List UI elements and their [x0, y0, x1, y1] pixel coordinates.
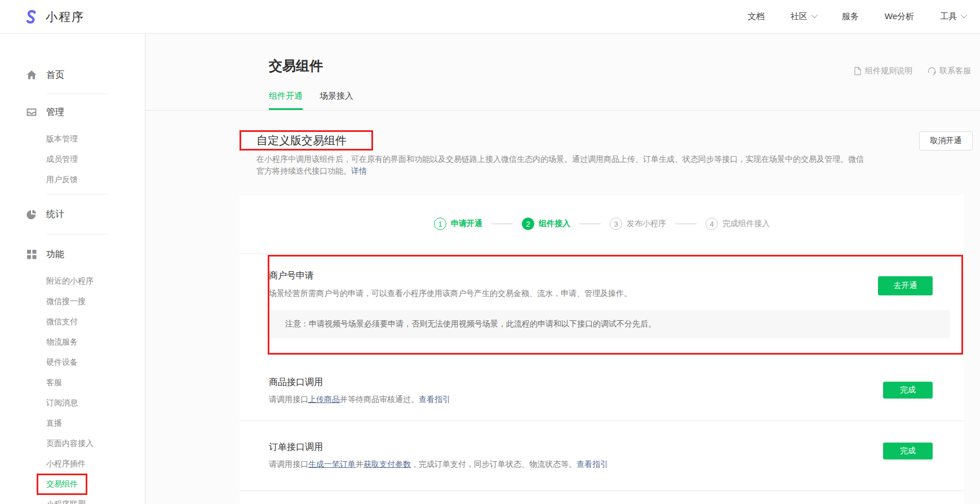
- chevron-down-icon: [812, 12, 818, 18]
- sidebar-item-label: 统计: [46, 209, 64, 220]
- sidebar-item-wechat-search[interactable]: 微信搜一搜: [0, 291, 145, 312]
- sidebar-item-home[interactable]: 首页: [0, 68, 145, 82]
- product-api-done-button[interactable]: 完成: [883, 382, 933, 399]
- sidebar-item-features[interactable]: 功能: [0, 247, 145, 261]
- card-title-order-api: 订单接口调用: [269, 441, 323, 453]
- steps-panel: 1 申请开通 2 组件接入 3 发布小程序 4 完成组件接入: [240, 195, 964, 504]
- sidebar-item-page-content-access[interactable]: 页面内容接入: [0, 434, 145, 454]
- sidebar-item-logistics[interactable]: 物流服务: [0, 332, 145, 352]
- wechat-miniprogram-console: 小程序 文档 社区 服务 We分析 工具: [0, 0, 980, 504]
- sidebar-divider: [46, 94, 108, 94]
- step-component-access: 2 组件接入: [522, 218, 570, 230]
- sidebar-submenu-management: 版本管理 成员管理 用户反馈: [0, 129, 145, 190]
- sidebar-item-hardware[interactable]: 硬件设备: [0, 352, 145, 373]
- step-number: 2: [522, 218, 534, 230]
- tab-scene-access[interactable]: 场景接入: [320, 91, 353, 110]
- annotation-red-box: 自定义版交易组件: [240, 130, 373, 151]
- sidebar-item-miniprogram-plugin[interactable]: 小程序插件: [0, 454, 145, 474]
- sidebar-item-label: 管理: [46, 107, 64, 118]
- nav-community[interactable]: 社区: [791, 11, 816, 22]
- sidebar-item-customer-service[interactable]: 客服: [0, 373, 145, 393]
- step-label: 申请开通: [451, 219, 482, 229]
- step-number: 1: [434, 218, 446, 230]
- header-links: 组件规则说明 联系客服: [853, 66, 971, 76]
- card-title-product-api: 商品接口调用: [269, 377, 323, 388]
- card-desc-merchant-apply: 场景经营所需商户号的申请，可以查看小程序使用该商户号产生的交易金额、流水，申请、…: [269, 289, 632, 299]
- step-connector: [675, 223, 697, 224]
- card-desc-order-api: 请调用接口生成一笔订单并获取支付参数，完成订单支付，同步订单状态、物流状态等。查…: [269, 459, 608, 470]
- annotation-red-box: [268, 255, 963, 355]
- home-icon: [25, 69, 38, 81]
- main-content: 交易组件 组件规则说明 联系客服 组件开通 场景接入: [145, 34, 980, 504]
- tab-component-activation[interactable]: 组件开通: [269, 91, 303, 110]
- chevron-down-icon: [961, 12, 967, 18]
- sidebar-item-live[interactable]: 直播: [0, 413, 145, 434]
- document-icon: [853, 67, 862, 76]
- sidebar-submenu-features: 附近的小程序 微信搜一搜 微信支付 物流服务 硬件设备 客服 订阅消息 直播 页…: [0, 271, 145, 504]
- panel-divider: [240, 421, 964, 421]
- card-title-merchant-apply: 商户号申请: [269, 270, 314, 282]
- sidebar-item-wechat-pay[interactable]: 微信支付: [0, 312, 145, 332]
- view-guide-link[interactable]: 查看指引: [419, 395, 450, 404]
- step-connector: [491, 223, 513, 224]
- sidebar-item-subscribe-message[interactable]: 订阅消息: [0, 393, 145, 413]
- annotation-red-box: 交易组件: [37, 474, 87, 495]
- upload-product-link[interactable]: 上传商品: [308, 395, 340, 404]
- step-label: 发布小程序: [627, 219, 666, 229]
- view-guide-link[interactable]: 查看指引: [577, 459, 608, 468]
- sidebar-item-label: 功能: [46, 249, 64, 260]
- miniprogram-logo[interactable]: 小程序: [23, 8, 85, 25]
- sidebar-item-miniprogram-alliance[interactable]: 小程序联盟: [0, 494, 145, 504]
- sidebar-divider: [46, 194, 108, 194]
- sidebar: 首页 管理 版本管理 成员管理 用户反馈 统计: [0, 34, 145, 504]
- grid-icon: [25, 248, 38, 260]
- sidebar-item-version-management[interactable]: 版本管理: [0, 129, 145, 149]
- go-activate-button[interactable]: 去开通: [878, 276, 933, 295]
- create-order-link[interactable]: 生成一笔订单: [308, 459, 356, 468]
- step-complete: 4 完成组件接入: [706, 218, 770, 230]
- step-number: 4: [706, 218, 718, 230]
- inbox-icon: [25, 106, 38, 118]
- contact-support-link[interactable]: 联系客服: [927, 66, 971, 76]
- get-payment-params-link[interactable]: 获取支付参数: [363, 459, 411, 468]
- sidebar-item-statistics[interactable]: 统计: [0, 207, 145, 221]
- sidebar-item-member-management[interactable]: 成员管理: [0, 149, 145, 170]
- section-title: 自定义版交易组件: [256, 133, 347, 148]
- step-number: 3: [610, 218, 622, 230]
- notice-box: 注意：申请视频号场景必须要申请，否则无法使用视频号场景，此流程的申请和以下接口的…: [269, 310, 950, 338]
- miniprogram-logo-icon: [23, 8, 39, 25]
- cancel-activation-button[interactable]: 取消开通: [919, 131, 973, 151]
- top-navigation: 文档 社区 服务 We分析 工具: [748, 11, 965, 22]
- headset-icon: [927, 67, 937, 76]
- sidebar-item-management[interactable]: 管理: [0, 105, 145, 119]
- sidebar-item-nearby-miniprograms[interactable]: 附近的小程序: [0, 271, 145, 291]
- topbar: 小程序 文档 社区 服务 We分析 工具: [0, 0, 980, 34]
- card-desc-product-api: 请调用接口上传商品并等待商品审核通过。查看指引: [269, 395, 450, 405]
- logo-text: 小程序: [46, 9, 85, 25]
- step-apply: 1 申请开通: [434, 218, 482, 230]
- order-api-done-button[interactable]: 完成: [883, 443, 933, 459]
- panel-divider: [240, 490, 964, 491]
- sidebar-item-trading-components[interactable]: 交易组件: [0, 474, 145, 494]
- sidebar-item-user-feedback[interactable]: 用户反馈: [0, 170, 145, 190]
- pie-chart-icon: [25, 208, 38, 220]
- page-title: 交易组件: [269, 57, 323, 75]
- section-description: 在小程序中调用该组件后，可在原有的界面和功能以及交易链路上接入微信生态内的场景。…: [256, 153, 864, 177]
- nav-docs[interactable]: 文档: [748, 11, 765, 22]
- component-rules-link[interactable]: 组件规则说明: [853, 66, 912, 76]
- progress-stepper: 1 申请开通 2 组件接入 3 发布小程序 4 完成组件接入: [240, 218, 964, 230]
- tabs-divider: [145, 110, 980, 110]
- step-label: 完成组件接入: [722, 219, 770, 229]
- sidebar-item-label: 首页: [46, 69, 64, 81]
- step-label: 组件接入: [539, 219, 570, 229]
- step-connector: [579, 223, 601, 224]
- tabs: 组件开通 场景接入: [269, 91, 353, 110]
- nav-we-analytics[interactable]: We分析: [885, 11, 914, 22]
- sidebar-divider: [46, 234, 108, 235]
- nav-services[interactable]: 服务: [842, 11, 859, 22]
- step-publish: 3 发布小程序: [610, 218, 666, 230]
- detail-link[interactable]: 详情: [351, 166, 367, 175]
- panel-divider: [240, 253, 964, 254]
- nav-tools[interactable]: 工具: [940, 11, 965, 22]
